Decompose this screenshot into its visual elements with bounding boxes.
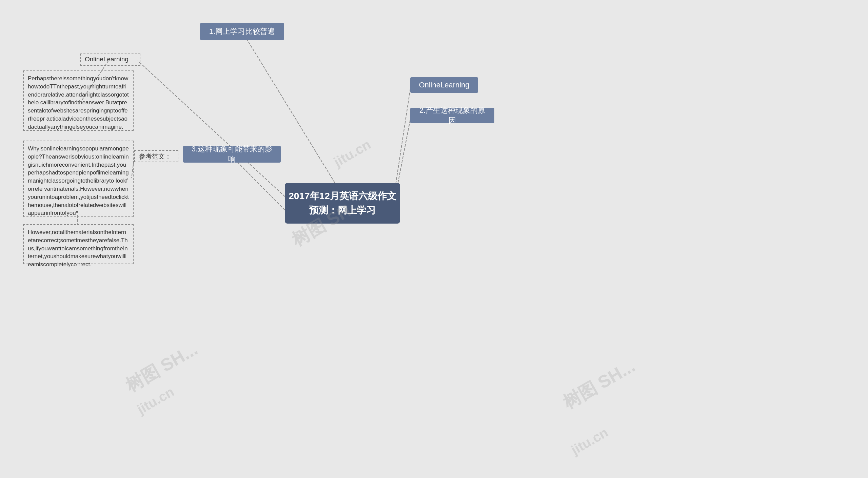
left-content-box-2: Whyisonlinelearningsopopularamongpeople?…: [23, 141, 134, 217]
left-label-online-learning-text: OnlineLearning: [85, 56, 129, 63]
left-box-1-text: Perhapsthereissomethingyoudon'tknowhowto…: [28, 75, 129, 130]
right-node-label-1: OnlineLearning: [419, 81, 469, 89]
svg-line-4: [138, 61, 285, 196]
central-label: 2017年12月英语六级作文预测：网上学习: [289, 189, 396, 217]
right-node-label-2: 2.产生这种现象的原因: [416, 105, 489, 126]
bottom-node-label: 3.这种现象可能带来的影响: [189, 144, 275, 164]
central-node: 2017年12月英语六级作文预测：网上学习: [285, 183, 400, 224]
left-box-2-text: Whyisonlinelearningsopopularamongpeople?…: [28, 145, 129, 216]
watermark-jitu-3: jitu.cn: [569, 425, 611, 458]
top-node-label: 1.网上学习比较普遍: [209, 26, 275, 37]
left-label-reference: 参考范文：: [134, 150, 178, 162]
right-node-online-learning: OnlineLearning: [410, 77, 478, 93]
left-content-box-1: Perhapsthereissomethingyoudon'tknowhowto…: [23, 70, 134, 131]
left-label-online-learning: OnlineLearning: [80, 54, 140, 66]
top-node-1: 1.网上学习比较普遍: [200, 23, 284, 40]
left-label-reference-text: 参考范文：: [139, 153, 171, 160]
svg-line-0: [242, 32, 339, 190]
watermark-jitu-1: jitu.cn: [135, 384, 177, 417]
watermark-1: 树图 SH...: [121, 337, 202, 398]
right-node-reason: 2.产生这种现象的原因: [410, 108, 494, 123]
bottom-node-impact: 3.这种现象可能带来的影响: [183, 146, 281, 163]
watermark-jitu-2: jitu.cn: [331, 137, 374, 170]
left-box-3-text: However,notallthematerialsontheInterneta…: [28, 229, 128, 268]
watermark-3: 树图 SH...: [559, 354, 639, 415]
left-content-box-3: However,notallthematerialsontheInterneta…: [23, 224, 134, 264]
